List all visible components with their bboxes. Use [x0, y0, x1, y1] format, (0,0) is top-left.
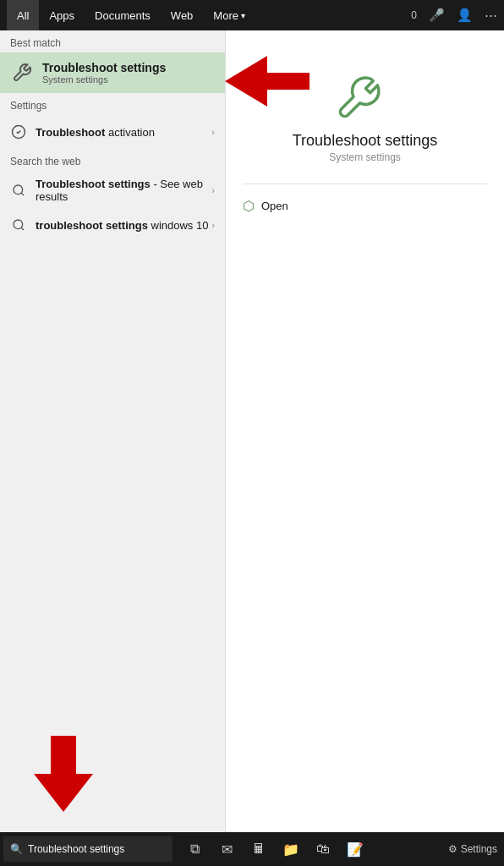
user-icon[interactable]: 👤: [457, 8, 473, 23]
settings-section-label: Settings: [0, 93, 225, 115]
best-match-subtitle: System settings: [42, 74, 166, 85]
nav-tab-more[interactable]: More ▾: [203, 0, 255, 30]
calculator-icon[interactable]: 🖩: [244, 834, 274, 864]
taskbar-right: ⚙ Settings: [448, 843, 504, 855]
troubleshoot-activation-item[interactable]: Troubleshoot activation ›: [0, 115, 225, 149]
left-panel: Best match Troubleshoot settings System …: [0, 30, 225, 832]
wrench-icon: [10, 61, 34, 85]
circle-check-icon: [10, 123, 27, 140]
search-icon-1: [10, 216, 27, 233]
right-subtitle: System settings: [329, 151, 401, 163]
taskbar-settings-item[interactable]: ⚙ Settings: [448, 843, 497, 855]
top-nav-bar: All Apps Documents Web More ▾ 0 🎤 👤 ⋯: [0, 0, 504, 30]
taskbar: 🔍 Troubleshoot settings ⧉ ✉ 🖩 📁 🛍 📝 ⚙ Se…: [0, 832, 504, 866]
settings-label: Settings: [461, 843, 497, 855]
right-icon-area: Troubleshoot settings System settings: [243, 47, 487, 172]
web-section-label: Search the web: [0, 149, 225, 171]
open-label: Open: [261, 200, 288, 212]
store-icon[interactable]: 🛍: [308, 834, 338, 864]
svg-point-3: [14, 220, 23, 229]
search-icon-0: [10, 182, 27, 199]
badge-count: 0: [411, 9, 417, 21]
chevron-right-web-0: ›: [211, 185, 215, 195]
main-container: Best match Troubleshoot settings System …: [0, 30, 504, 832]
taskbar-icons: ⧉ ✉ 🖩 📁 🛍 📝: [179, 834, 370, 864]
nav-tab-documents[interactable]: Documents: [85, 0, 161, 30]
svg-line-4: [21, 227, 24, 230]
open-item[interactable]: ⬡ Open: [243, 196, 487, 216]
nav-tab-all[interactable]: All: [7, 0, 39, 30]
best-match-item[interactable]: Troubleshoot settings System settings: [0, 52, 225, 93]
divider: [243, 184, 487, 184]
nav-tab-web[interactable]: Web: [161, 0, 204, 30]
web-item-1[interactable]: troubleshoot settings windows 10 ›: [0, 210, 225, 240]
best-match-text: Troubleshoot settings System settings: [42, 61, 166, 85]
chevron-right-web-1: ›: [211, 220, 215, 230]
open-icon: ⬡: [243, 198, 255, 214]
folder-icon[interactable]: 📁: [276, 834, 306, 864]
more-options-icon[interactable]: ⋯: [485, 8, 497, 23]
best-match-title: Troubleshoot settings: [42, 61, 166, 74]
web-item-label-1: troubleshoot settings windows 10: [36, 219, 211, 232]
taskbar-search-icon: 🔍: [10, 843, 23, 855]
nav-tab-apps[interactable]: Apps: [39, 0, 85, 30]
taskbar-search-text: Troubleshoot settings: [28, 843, 124, 855]
microphone-icon[interactable]: 🎤: [429, 8, 445, 23]
taskbar-search-bar[interactable]: 🔍 Troubleshoot settings: [3, 836, 173, 862]
large-wrench-icon: [336, 64, 395, 123]
mail-icon[interactable]: ✉: [211, 834, 242, 864]
nav-right-icons: 0 🎤 👤 ⋯: [411, 8, 497, 23]
nav-tabs: All Apps Documents Web More ▾: [7, 0, 411, 30]
web-item-label-0: Troubleshoot settings - See web results: [36, 178, 211, 203]
web-item-0[interactable]: Troubleshoot settings - See web results …: [0, 171, 225, 210]
svg-line-2: [21, 193, 24, 195]
right-panel: Troubleshoot settings System settings ⬡ …: [225, 30, 504, 832]
best-match-label: Best match: [0, 30, 225, 52]
gear-icon: ⚙: [448, 843, 457, 855]
sticky-notes-icon[interactable]: 📝: [340, 834, 370, 864]
chevron-right-icon: ›: [211, 127, 215, 137]
troubleshoot-activation-label: Troubleshoot activation: [36, 126, 211, 139]
task-view-icon[interactable]: ⧉: [179, 834, 210, 864]
svg-point-1: [14, 185, 23, 195]
right-title: Troubleshoot settings: [293, 132, 437, 150]
